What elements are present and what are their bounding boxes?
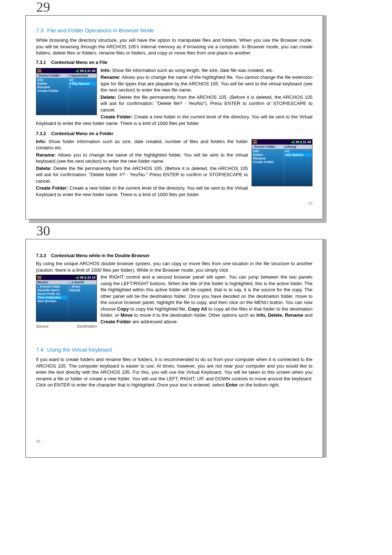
section-7-3-intro: While browsing the directory structure, … <box>36 37 313 56</box>
folder-title: /Music/ <box>36 280 68 284</box>
sub-number: 7.3.1 <box>36 60 46 65</box>
create-folder-label: Create Folder: <box>36 185 68 191</box>
list-item: er) <box>69 78 97 82</box>
enter-label: Enter <box>226 382 238 388</box>
folder-title: enberg/ <box>284 145 313 149</box>
section-heading: Using the Virtual Keyboard <box>47 347 112 353</box>
speaker-icon: ◀) <box>75 69 79 73</box>
screenshot-file-menu: ◀)99 ▮ 21 45 ..Parent Folder Info Delete… <box>36 68 97 115</box>
sub-title: Contextual Menu on a Folder <box>51 131 114 136</box>
menu-item: Create Folder <box>37 89 67 93</box>
battery-label: 99 <box>80 69 83 73</box>
list-item: Wes Burden <box>37 299 67 303</box>
section-heading: File and Folder Operations in Browser Mo… <box>47 27 154 33</box>
page-number-large: 30 <box>36 224 386 238</box>
virtual-keyboard-body: If you want to create folders and rename… <box>36 356 313 388</box>
menu-item: Rename <box>37 85 67 89</box>
parent-folder-label: ..Parent Folder <box>36 73 68 78</box>
list-item: .. (Pare <box>69 285 97 288</box>
battery-icon: ▮ <box>85 69 86 73</box>
rename-label: Rename: <box>101 74 121 80</box>
time-label: 21 46 <box>303 140 311 144</box>
speaker-icon: ◀) <box>75 276 79 279</box>
page-shadow <box>323 239 327 458</box>
create-folder-label: Create Folder <box>101 319 131 324</box>
menu-icon <box>37 69 41 72</box>
battery-icon: ▮ <box>300 140 302 144</box>
section-7-3-title: 7.3File and Folder Operations in Browser… <box>36 27 313 33</box>
menu-item: Rename <box>253 157 283 160</box>
sub-title: Contextual Menu while in the Double Brow… <box>51 253 150 258</box>
list-item: Daniell <box>69 288 97 292</box>
heading-7-3-1: 7.3.1Contextual Menu on a File <box>36 60 313 65</box>
page-footer-number: 29 <box>36 201 313 206</box>
menu-item: Info <box>253 149 283 153</box>
create-folder-label: Create Folder: <box>101 114 133 119</box>
heading-7-3-3: 7.3.3Contextual Menu while in the Double… <box>36 253 313 258</box>
section-number: 7.3 <box>36 27 44 33</box>
section-number: 7.4 <box>36 347 44 353</box>
battery-icon: ▮ <box>85 276 86 279</box>
sub-number: 7.3.3 <box>36 253 46 258</box>
double-browser-intro: By using the unique ARCHOS double browse… <box>36 260 313 273</box>
screenshot-double-browser: ◀)99 ▮ 22 10 /Music/ .. (Parent folde Da… <box>36 275 97 322</box>
sub-title: Contextual Menu on a File <box>51 60 107 65</box>
move-label: Move <box>121 312 132 318</box>
page-shadow <box>29 219 327 223</box>
page-number-large: 29 <box>36 0 386 14</box>
rename-label: Rename: <box>36 152 56 158</box>
menu-item: Create Folder <box>253 160 283 164</box>
list-item: Steve Pride An <box>37 292 67 296</box>
delete-label: Delete: <box>101 94 116 100</box>
menu-item: Delete <box>37 82 67 85</box>
sub-number: 7.3.2 <box>36 131 46 136</box>
create-paragraph: Create Folder: Create a new folder in th… <box>36 114 313 126</box>
list-item: .. (Parent folde <box>37 285 67 288</box>
copy-all-label: Copy All <box>188 306 207 312</box>
screenshot-folder-menu: ◀)99 ▮ 21 46 ..Parent Folder Info Delete… <box>252 139 313 186</box>
menu-item: Info <box>37 78 67 82</box>
info-label: Info: <box>101 68 111 73</box>
menu-icon <box>37 276 41 279</box>
menu-icon <box>253 140 257 143</box>
info-label: Info: <box>36 139 46 144</box>
other-options-label: Info, Delete, Rename <box>256 312 303 318</box>
menu-item: Delete <box>253 153 283 157</box>
time-label: 22 10 <box>87 276 95 279</box>
create-paragraph: Create Folder: Create a new folder in th… <box>36 185 313 198</box>
folder-title: t Spaceship/ <box>68 73 97 78</box>
list-item: it Big Spaces <box>69 82 97 85</box>
list-item: Tony Kaltenber <box>37 296 67 299</box>
list-item: r <box>69 85 97 89</box>
page-shadow <box>323 15 327 219</box>
caption-source: Source <box>36 324 49 328</box>
battery-label: 99 <box>295 140 299 144</box>
caption-destination: Destination <box>77 324 97 328</box>
section-7-4-title: 7.4Using the Virtual Keyboard <box>36 347 313 353</box>
speaker-icon: ◀) <box>291 140 295 144</box>
battery-label: 99 <box>80 276 83 279</box>
page-footer-number: 30 <box>36 439 313 443</box>
parent-folder-label: ..Parent Folder <box>252 145 283 149</box>
list-item: reat Spaces <box>285 153 313 157</box>
folder-title: ...e Davis/ <box>68 280 97 284</box>
delete-label: Delete: <box>36 166 52 171</box>
list-item: Danielle Davis <box>37 288 67 292</box>
copy-label: Copy <box>117 306 129 312</box>
heading-7-3-2: 7.3.2Contextual Menu on a Folder <box>36 131 313 136</box>
list-item: er) <box>285 149 313 153</box>
time-label: 21 45 <box>87 69 95 73</box>
